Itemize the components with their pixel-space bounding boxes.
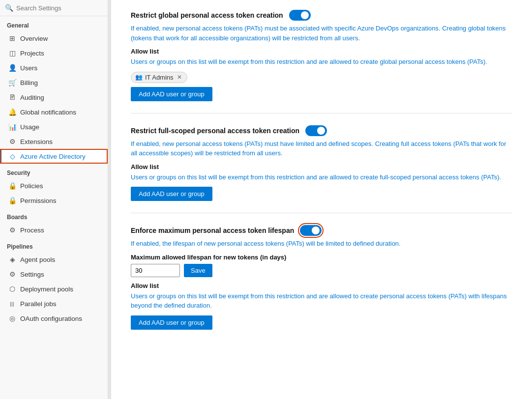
global-pat-add-aad-button[interactable]: Add AAD user or group [131, 87, 212, 101]
billing-icon: 🛒 [8, 79, 16, 86]
sidebar-item-label-extensions: Extensions [20, 138, 53, 145]
search-box[interactable]: 🔍 [0, 0, 108, 16]
search-input[interactable] [16, 4, 103, 12]
sidebar-content: General⊞Overview◫Projects👤Users🛒Billing🖹… [0, 16, 108, 326]
tag-label: IT Admins [145, 74, 174, 81]
sidebar-item-usage[interactable]: 📊Usage [0, 119, 108, 134]
sidebar-item-permissions[interactable]: 🔒Permissions [0, 193, 108, 208]
global-pat-toggle-thumb [301, 11, 309, 19]
global-pat-header: Restrict global personal access token cr… [131, 10, 512, 21]
sidebar: 🔍 General⊞Overview◫Projects👤Users🛒Billin… [0, 0, 108, 399]
global-notifications-icon: 🔔 [8, 108, 16, 116]
tag-icon: 👥 [135, 74, 143, 81]
sidebar-item-label-parallel-jobs: Parallel jobs [20, 300, 57, 308]
sidebar-item-auditing[interactable]: 🖹Auditing [0, 90, 108, 105]
sidebar-item-deployment-pools[interactable]: ⬡Deployment pools [0, 282, 108, 296]
max-lifespan-save-button[interactable]: Save [184, 264, 212, 277]
max-lifespan-input-row: Save [131, 264, 512, 277]
max-lifespan-days-label: Maximum allowed lifespan for new tokens … [131, 254, 512, 261]
sidebar-item-label-oauth-configurations: OAuth configurations [20, 315, 82, 322]
usage-icon: 📊 [8, 123, 16, 131]
sidebar-item-agent-pools[interactable]: ◈Agent pools [0, 252, 108, 267]
sidebar-item-label-agent-pools: Agent pools [20, 256, 55, 263]
global-pat-description: If enabled, new personal access tokens (… [131, 24, 512, 43]
fullscoped-pat-toggle-track [305, 125, 327, 136]
global-pat-allowlist-label: Allow list [131, 48, 512, 55]
max-lifespan-header: Enforce maximum personal access token li… [131, 225, 512, 236]
main-content: Restrict global personal access token cr… [111, 0, 532, 399]
max-lifespan-toggle-track [300, 225, 322, 236]
fullscoped-pat-restriction-block: Restrict full-scoped personal access tok… [131, 125, 512, 201]
fullscoped-pat-header: Restrict full-scoped personal access tok… [131, 125, 512, 136]
sidebar-item-label-azure-active-directory: Azure Active Directory [20, 153, 86, 160]
settings-icon: ⚙ [8, 270, 16, 278]
sidebar-item-overview[interactable]: ⊞Overview [0, 31, 108, 46]
fullscoped-pat-toggle[interactable] [305, 125, 327, 136]
fullscoped-pat-toggle-thumb [317, 127, 325, 135]
global-pat-restriction-block: Restrict global personal access token cr… [131, 10, 512, 101]
sidebar-section-pipelines: Pipelines [0, 237, 108, 252]
sidebar-item-label-deployment-pools: Deployment pools [20, 285, 73, 293]
deployment-pools-icon: ⬡ [8, 285, 16, 293]
fullscoped-pat-allowlist-label: Allow list [131, 163, 512, 171]
users-icon: 👤 [8, 64, 16, 72]
divider-1 [131, 113, 512, 114]
sidebar-section-security: Security [0, 164, 108, 178]
sidebar-item-oauth-configurations[interactable]: ◎OAuth configurations [0, 311, 108, 326]
max-lifespan-allowlist-desc: Users or groups on this list will be exe… [131, 291, 512, 311]
sidebar-item-process[interactable]: ⚙Process [0, 223, 108, 237]
global-pat-allowlist-desc: Users or groups on this list will be exe… [131, 57, 512, 67]
sidebar-item-azure-active-directory[interactable]: ◇Azure Active Directory [0, 149, 108, 164]
max-lifespan-allowlist-label: Allow list [131, 282, 512, 289]
max-lifespan-input[interactable] [131, 264, 180, 277]
sidebar-item-extensions[interactable]: ⚙Extensions [0, 134, 108, 149]
sidebar-item-label-settings: Settings [20, 271, 44, 278]
sidebar-item-label-billing: Billing [20, 79, 38, 86]
auditing-icon: 🖹 [8, 93, 16, 101]
global-pat-title: Restrict global personal access token cr… [131, 11, 283, 19]
projects-icon: ◫ [8, 49, 16, 57]
sidebar-item-label-users: Users [20, 64, 37, 72]
fullscoped-pat-description: If enabled, new personal access tokens (… [131, 139, 512, 158]
fullscoped-pat-add-aad-button[interactable]: Add AAD user or group [131, 187, 212, 201]
max-lifespan-toggle[interactable] [300, 225, 322, 236]
sidebar-item-billing[interactable]: 🛒Billing [0, 75, 108, 90]
process-icon: ⚙ [8, 226, 16, 234]
sidebar-item-users[interactable]: 👤Users [0, 60, 108, 75]
sidebar-item-label-global-notifications: Global notifications [20, 109, 76, 116]
max-lifespan-block: Enforce maximum personal access token li… [131, 225, 512, 330]
oauth-configurations-icon: ◎ [8, 314, 16, 322]
sidebar-item-global-notifications[interactable]: 🔔Global notifications [0, 105, 108, 119]
agent-pools-icon: ◈ [8, 256, 16, 263]
sidebar-item-projects[interactable]: ◫Projects [0, 46, 108, 60]
tag-close-icon[interactable]: ✕ [177, 74, 182, 81]
permissions-icon: 🔒 [8, 197, 16, 204]
overview-icon: ⊞ [8, 34, 16, 42]
extensions-icon: ⚙ [8, 138, 16, 145]
sidebar-item-label-policies: Policies [20, 182, 43, 190]
max-lifespan-add-aad-button[interactable]: Add AAD user or group [131, 315, 212, 330]
parallel-jobs-icon: ⫼ [8, 300, 16, 308]
max-lifespan-title: Enforce maximum personal access token li… [131, 227, 294, 234]
max-lifespan-description: If enabled, the lifespan of new personal… [131, 239, 512, 249]
it-admins-tag: 👥 IT Admins ✕ [131, 72, 187, 83]
sidebar-item-label-usage: Usage [20, 123, 39, 131]
divider-2 [131, 213, 512, 213]
sidebar-section-general: General [0, 16, 108, 31]
sidebar-item-parallel-jobs[interactable]: ⫼Parallel jobs [0, 296, 108, 311]
fullscoped-pat-allowlist-desc: Users or groups on this list will be exe… [131, 172, 512, 182]
global-pat-toggle-track [289, 10, 311, 21]
search-icon: 🔍 [5, 4, 13, 12]
sidebar-item-label-auditing: Auditing [20, 94, 44, 101]
sidebar-item-label-projects: Projects [20, 50, 44, 57]
sidebar-item-settings[interactable]: ⚙Settings [0, 267, 108, 282]
azure-active-directory-icon: ◇ [8, 152, 16, 160]
sidebar-item-label-process: Process [20, 227, 44, 234]
global-pat-toggle[interactable] [289, 10, 311, 21]
max-lifespan-toggle-thumb [312, 227, 320, 234]
policies-icon: 🔒 [8, 182, 16, 190]
fullscoped-pat-title: Restrict full-scoped personal access tok… [131, 127, 299, 135]
sidebar-item-policies[interactable]: 🔒Policies [0, 178, 108, 193]
sidebar-item-label-permissions: Permissions [20, 197, 57, 204]
sidebar-section-boards: Boards [0, 208, 108, 223]
